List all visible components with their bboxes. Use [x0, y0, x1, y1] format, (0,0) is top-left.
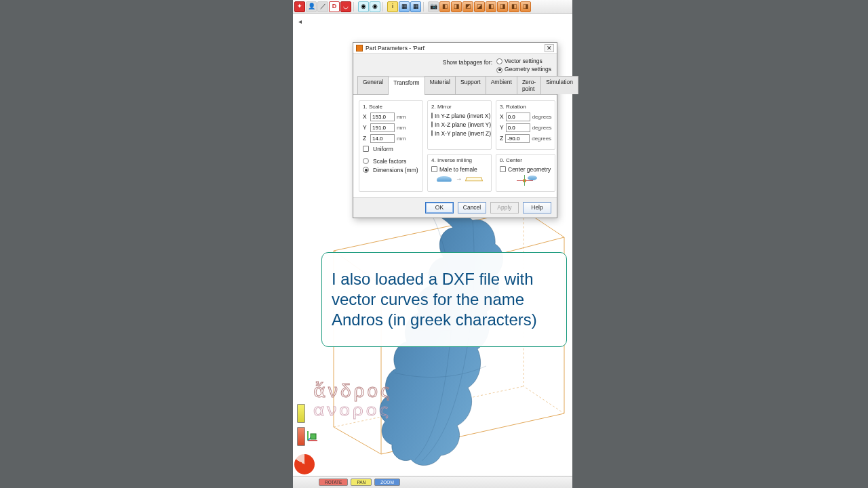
cube-view-icon[interactable]: ◧	[509, 1, 519, 12]
center-geometry-checkbox[interactable]	[500, 166, 506, 172]
inverse-preview-icon: →	[431, 176, 488, 182]
toolbar-separator	[423, 2, 426, 12]
cube-view-icon[interactable]: ◪	[474, 1, 485, 12]
inverse-title: 4. Inverse milling	[431, 157, 488, 163]
dialog-title: Part Parameters - 'Part'	[366, 45, 545, 52]
zoom-mode-button[interactable]: ZOOM	[374, 479, 400, 486]
main-toolbar: ✦ 👤 ／ D ◡ ◉ ◉ i ▦ ▦ 📷 ◧ ◨ ◩ ◪ ◧ ◨ ◧ ◨	[293, 0, 572, 14]
viewport[interactable]: ◂	[293, 14, 572, 488]
progress-pie-icon	[294, 454, 315, 474]
center-preview-icon	[514, 175, 537, 187]
panel-expand-icon[interactable]: ◂	[298, 18, 302, 25]
cube-view-icon[interactable]: ◧	[439, 1, 450, 12]
scale-x-label: X	[363, 113, 368, 120]
scale-z-input[interactable]	[370, 134, 395, 143]
ok-button[interactable]: OK	[425, 202, 454, 214]
ruler-icon[interactable]: ／	[317, 1, 328, 12]
part-parameters-dialog: Part Parameters - 'Part' ✕ Show tabpages…	[353, 42, 557, 218]
tab-ambient[interactable]: Ambient	[486, 76, 517, 94]
cube-view-icon[interactable]: ◩	[462, 1, 473, 12]
radio-dimensions[interactable]	[363, 167, 369, 173]
person-icon[interactable]: 👤	[306, 1, 317, 12]
radio-vector-settings[interactable]: Vector settings	[496, 58, 551, 64]
tab-transform[interactable]: Transform	[388, 77, 425, 95]
cube-view-icon[interactable]: ◧	[486, 1, 496, 12]
tab-zero-point[interactable]: Zero-point	[517, 76, 541, 94]
tab-general[interactable]: General	[357, 76, 389, 94]
dialog-icon	[356, 45, 363, 52]
app-window: ✦ 👤 ／ D ◡ ◉ ◉ i ▦ ▦ 📷 ◧ ◨ ◩ ◪ ◧ ◨ ◧ ◨ ◂	[293, 0, 572, 488]
center-title: 0. Center	[500, 157, 551, 163]
caption-overlay: I also loaded a DXF file with vector cur…	[321, 252, 567, 347]
cube-view-icon[interactable]: ◨	[451, 1, 462, 12]
close-icon[interactable]: ✕	[545, 44, 554, 52]
cylinder-icon[interactable]: ◉	[358, 1, 369, 12]
rotate-mode-button[interactable]: ROTATE	[319, 479, 348, 486]
mirror-xy-checkbox[interactable]	[431, 130, 433, 136]
scale-y-input[interactable]	[370, 123, 395, 132]
tab-simulation[interactable]: Simulation	[540, 76, 578, 94]
grid2-icon[interactable]: ▦	[410, 1, 421, 12]
help-button[interactable]: Help	[523, 202, 551, 214]
group-inverse: 4. Inverse milling Male to female →	[427, 154, 492, 192]
axis-gizmo-icon[interactable]	[305, 428, 320, 443]
status-bar-red	[297, 427, 305, 446]
mirror-yz-checkbox[interactable]	[431, 113, 433, 119]
greek-line2: ανορος	[313, 401, 393, 420]
caption-text: I also loaded a DXF file with vector cur…	[332, 269, 557, 330]
scale-x-input[interactable]	[370, 113, 395, 121]
grid1-icon[interactable]: ▦	[399, 1, 410, 12]
toolbar-separator	[382, 2, 385, 12]
group-center: 0. Center Center geometry	[496, 154, 555, 192]
axes-icon[interactable]: ✦	[294, 1, 305, 12]
group-mirror: 2. Mirror In Y-Z plane (invert X) In X-Z…	[427, 100, 492, 150]
male-to-female-checkbox[interactable]	[431, 166, 437, 172]
dxf-greek-text: ἄνδρος ανορος	[313, 380, 393, 424]
camera-icon[interactable]: 📷	[428, 1, 439, 12]
radio-geometry-settings[interactable]: Geometry settings	[496, 66, 551, 73]
scale-title: 1. Scale	[363, 104, 419, 110]
radio-scale-factors[interactable]	[363, 158, 369, 164]
info-icon[interactable]: i	[387, 1, 398, 12]
greek-line1: ἄνδρος	[313, 380, 393, 402]
scale-z-label: Z	[363, 135, 368, 142]
group-rotation: 3. Rotation Xdegrees Ydegrees Zdegrees	[496, 100, 555, 150]
toolbar-separator	[353, 2, 356, 12]
status-bar-yellow	[297, 404, 305, 423]
cancel-button[interactable]: Cancel	[458, 202, 486, 214]
tab-support[interactable]: Support	[455, 76, 486, 94]
status-bar: ROTATE PAN ZOOM	[293, 476, 572, 488]
tab-material[interactable]: Material	[425, 76, 456, 94]
mirror-xz-checkbox[interactable]	[431, 121, 433, 127]
tabpages-label: Show tabpages for:	[443, 58, 492, 66]
scale-y-label: Y	[363, 124, 368, 131]
cup-icon[interactable]: ◡	[340, 1, 351, 12]
cylinder2-icon[interactable]: ◉	[370, 1, 380, 12]
mirror-title: 2. Mirror	[431, 104, 488, 110]
dialog-tabs: General Transform Material Support Ambie…	[353, 76, 557, 95]
cube-view-icon[interactable]: ◨	[497, 1, 508, 12]
uniform-checkbox[interactable]	[363, 146, 369, 152]
rotation-title: 3. Rotation	[500, 104, 551, 110]
cube-view-icon[interactable]: ◨	[520, 1, 531, 12]
group-scale: 1. Scale Xmm Ymm Zmm Uniform Scale facto…	[359, 100, 423, 192]
rot-y-input[interactable]	[506, 123, 530, 132]
rot-x-input[interactable]	[506, 113, 530, 121]
rot-z-input[interactable]	[505, 134, 530, 143]
svg-rect-3	[311, 434, 316, 439]
d-icon[interactable]: D	[329, 1, 340, 12]
apply-button: Apply	[490, 202, 519, 214]
pan-mode-button[interactable]: PAN	[351, 479, 372, 486]
dialog-titlebar[interactable]: Part Parameters - 'Part' ✕	[353, 43, 557, 54]
